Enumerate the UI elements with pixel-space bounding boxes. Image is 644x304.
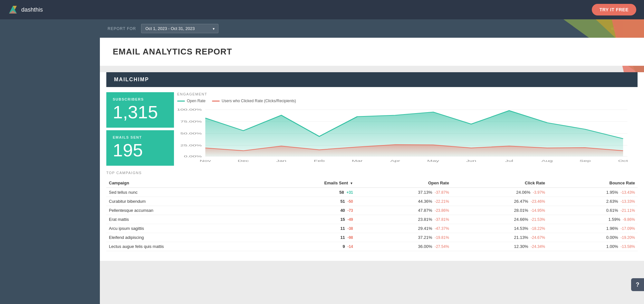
svg-text:0.00%: 0.00% (184, 155, 202, 158)
emails-sent-value: 11 -38 (266, 224, 356, 233)
share-button[interactable] (604, 19, 623, 38)
click-rate-value: 12.30% -24.34% (452, 242, 548, 251)
svg-text:50.00%: 50.00% (180, 132, 202, 135)
subscribers-value: 1,315 (113, 103, 168, 121)
date-selector-wrapper: Oct 1, 2023 - Oct 31, 2023 (141, 24, 218, 33)
svg-text:Oct: Oct (618, 159, 629, 162)
campaign-name: Sed tellus nunc (106, 188, 266, 197)
left-sidebar (0, 19, 100, 304)
help-button[interactable]: ? (631, 278, 644, 291)
column-bounce-rate: Bounce Rate (548, 179, 638, 188)
header-actions (604, 19, 644, 38)
open-rate-value: 37.13% -37.87% (356, 188, 452, 197)
campaign-name: Pellentesque accumsan (106, 206, 266, 215)
subscribers-box: SUBSCRIBERS 1,315 (106, 92, 174, 128)
sort-icon: ▼ (350, 181, 353, 185)
chart-area: ENGAGEMENT Open Rate Users who Clicked R… (174, 92, 638, 166)
campaign-name: Curabitur bibendum (106, 197, 266, 206)
svg-text:25.00%: 25.00% (180, 144, 202, 147)
edit-icon (630, 25, 637, 32)
bounce-rate-value: 0.61% -21.11% (548, 206, 638, 215)
campaigns-table: Campaign Emails Sent ▼ Open Rate Click R… (106, 179, 638, 251)
svg-text:Nov: Nov (200, 159, 211, 162)
campaign-name: Eleifend adipiscing (106, 233, 266, 242)
svg-text:Jul: Jul (505, 159, 513, 162)
stats-chart-row: SUBSCRIBERS 1,315 EMAILS SENT 195 ENGAGE… (100, 87, 644, 171)
legend-clicked-rate-label: Users who Clicked Rate (Clicks/Recipient… (222, 99, 296, 103)
svg-text:Feb: Feb (314, 159, 325, 162)
report-title: EMAIL ANALYTICS REPORT (113, 47, 631, 57)
click-rate-value: 24.06% -3.97% (452, 188, 548, 197)
svg-line-6 (613, 29, 615, 30)
emails-sent-value: 9 -14 (266, 242, 356, 251)
bounce-rate-value: 1.96% -17.09% (548, 224, 638, 233)
table-section: TOP CAMPAIGNS Campaign Emails Sent ▼ Ope… (100, 171, 644, 251)
emails-sent-value: 58 +31 (266, 188, 356, 197)
click-rate-value: 21.13% -24.67% (452, 233, 548, 242)
table-row: Arcu ipsum sagittis 11 -38 29.41% -47.37… (106, 224, 638, 233)
open-rate-value: 47.87% -23.86% (356, 206, 452, 215)
open-rate-value: 44.36% -22.21% (356, 197, 452, 206)
table-row: Pellentesque accumsan 40 -73 47.87% -23.… (106, 206, 638, 215)
open-rate-value: 23.81% -37.81% (356, 215, 452, 224)
edit-button[interactable] (623, 19, 644, 38)
click-rate-value: 14.53% -18.22% (452, 224, 548, 233)
subscribers-label: SUBSCRIBERS (113, 97, 168, 101)
emails-sent-label: EMAILS SENT (113, 135, 168, 139)
table-row: Sed tellus nunc 58 +31 37.13% -37.87% 24… (106, 188, 638, 197)
click-rate-value: 26.47% -23.46% (452, 197, 548, 206)
engagement-chart: 100.00% 75.00% 50.00% 25.00% 0.00% (177, 106, 634, 164)
legend-open-rate: Open Rate (177, 99, 206, 103)
report-for-label: REPORT FOR (108, 26, 136, 31)
svg-point-5 (615, 30, 616, 31)
report-title-area: EMAIL ANALYTICS REPORT (100, 38, 644, 66)
campaign-name: Arcu ipsum sagittis (106, 224, 266, 233)
campaign-name: Erat mattis (106, 215, 266, 224)
svg-text:Jan: Jan (276, 159, 286, 162)
legend-clicked-rate: Users who Clicked Rate (Clicks/Recipient… (212, 99, 296, 103)
emails-sent-value: 15 -49 (266, 215, 356, 224)
open-rate-value: 37.21% -19.81% (356, 233, 452, 242)
svg-point-3 (615, 26, 616, 27)
share-icon (610, 25, 617, 32)
table-header: Campaign Emails Sent ▼ Open Rate Click R… (106, 179, 638, 188)
dashthis-logo-icon (8, 5, 18, 15)
open-rate-value: 36.00% -27.54% (356, 242, 452, 251)
campaign-name: Lectus augue felis quis mattis (106, 242, 266, 251)
svg-text:Aug: Aug (542, 159, 553, 162)
svg-text:75.00%: 75.00% (180, 120, 202, 123)
report-header: REPORT FOR Oct 1, 2023 - Oct 31, 2023 (100, 19, 644, 38)
mailchimp-section-header: MAILCHIMP (106, 72, 638, 87)
bounce-rate-value: 2.63% -13.33% (548, 197, 638, 206)
top-nav: dashthis TRY IT FREE (0, 0, 644, 19)
logo-text: dashthis (21, 6, 43, 13)
click-rate-value: 28.01% -14.95% (452, 206, 548, 215)
svg-text:Sep: Sep (580, 159, 591, 162)
emails-sent-value: 51 -50 (266, 197, 356, 206)
chart-title: ENGAGEMENT (177, 92, 634, 96)
svg-line-7 (613, 27, 615, 28)
table-body: Sed tellus nunc 58 +31 37.13% -37.87% 24… (106, 188, 638, 251)
svg-text:Apr: Apr (390, 159, 400, 162)
table-row: Eleifend adipiscing 11 -98 37.21% -19.81… (106, 233, 638, 242)
emails-sent-box: EMAILS SENT 195 (106, 130, 174, 166)
emails-sent-value: 11 -98 (266, 233, 356, 242)
logo-area: dashthis (8, 5, 43, 15)
try-it-free-button[interactable]: TRY IT FREE (592, 4, 636, 15)
legend-clicked-rate-line (212, 101, 220, 102)
emails-sent-value: 195 (113, 141, 168, 159)
bounce-rate-value: 0.00% -19.20% (548, 233, 638, 242)
column-open-rate: Open Rate (356, 179, 452, 188)
svg-text:Dec: Dec (238, 159, 249, 162)
table-row: Lectus augue felis quis mattis 9 -14 36.… (106, 242, 638, 251)
column-click-rate: Click Rate (452, 179, 548, 188)
svg-text:Jun: Jun (466, 159, 476, 162)
top-campaigns-label: TOP CAMPAIGNS (106, 171, 638, 175)
bounce-rate-value: 1.95% -13.43% (548, 188, 638, 197)
column-campaign: Campaign (106, 179, 266, 188)
date-range-selector[interactable]: Oct 1, 2023 - Oct 31, 2023 (141, 24, 218, 33)
bounce-rate-value: 1.00% -13.58% (548, 242, 638, 251)
table-row: Erat mattis 15 -49 23.81% -37.81% 24.66%… (106, 215, 638, 224)
legend-open-rate-label: Open Rate (187, 99, 206, 103)
content-wrapper: REPORT FOR Oct 1, 2023 - Oct 31, 2023 (0, 19, 644, 304)
